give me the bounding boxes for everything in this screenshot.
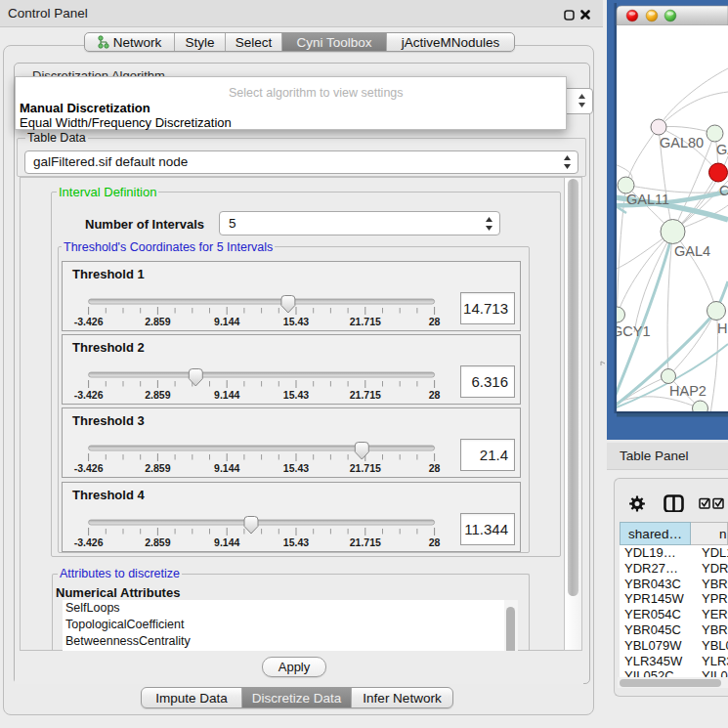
svg-text:GAL80: GAL80 <box>660 135 704 150</box>
svg-text:28: 28 <box>429 536 441 548</box>
svg-text:21.715: 21.715 <box>350 536 381 548</box>
svg-text:15.43: 15.43 <box>283 316 309 327</box>
svg-text:28: 28 <box>429 389 441 401</box>
svg-text:15.43: 15.43 <box>283 389 309 401</box>
svg-text:GCY1: GCY1 <box>612 323 651 339</box>
svg-text:15.43: 15.43 <box>283 462 309 474</box>
svg-text:28: 28 <box>429 316 441 327</box>
svg-text:C: C <box>719 183 728 198</box>
svg-text:HAP2: HAP2 <box>669 383 707 399</box>
svg-text:15.43: 15.43 <box>283 536 309 548</box>
svg-text:GAL11: GAL11 <box>626 192 669 207</box>
svg-text:2.859: 2.859 <box>145 316 170 327</box>
svg-text:21.715: 21.715 <box>350 389 381 401</box>
svg-text:21.715: 21.715 <box>350 462 381 474</box>
svg-text:9.144: 9.144 <box>214 536 239 548</box>
svg-text:28: 28 <box>429 462 441 474</box>
svg-text:2.859: 2.859 <box>145 462 170 474</box>
svg-text:-3.426: -3.426 <box>74 462 104 474</box>
svg-text:-3.426: -3.426 <box>74 389 104 401</box>
svg-text:-3.426: -3.426 <box>74 536 104 548</box>
svg-text:9.144: 9.144 <box>214 316 239 327</box>
svg-text:9.144: 9.144 <box>214 389 239 401</box>
svg-text:-3.426: -3.426 <box>74 316 104 327</box>
svg-text:2.859: 2.859 <box>145 536 170 548</box>
svg-text:2.859: 2.859 <box>145 389 170 401</box>
svg-text:GA: GA <box>716 142 728 157</box>
svg-text:GAL4: GAL4 <box>674 243 710 259</box>
svg-text:H: H <box>717 321 727 336</box>
svg-text:9.144: 9.144 <box>214 462 239 474</box>
svg-text:21.715: 21.715 <box>350 316 381 327</box>
